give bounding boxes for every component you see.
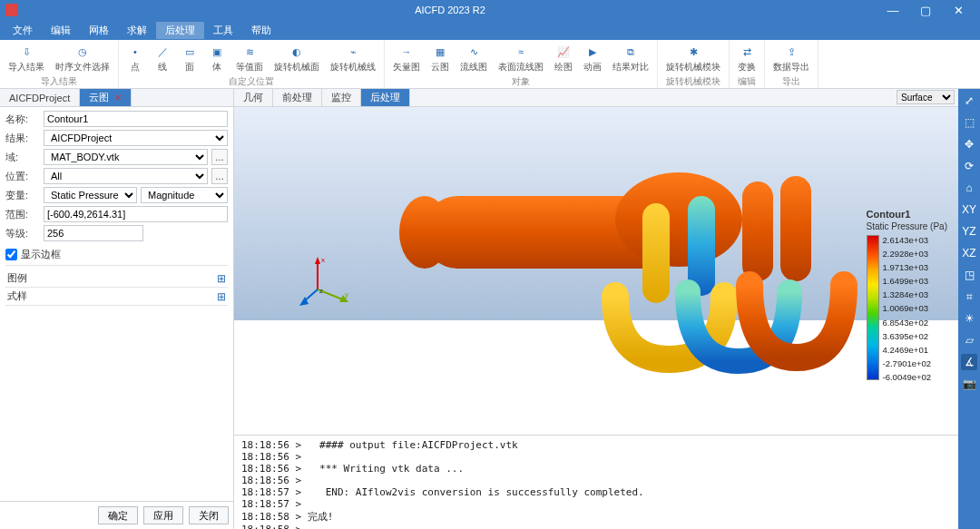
variable-mode-select[interactable]: Magnitude bbox=[141, 187, 228, 203]
legend-tick: -2.7901e+02 bbox=[883, 358, 932, 368]
export-button[interactable]: ⇪数据导出 bbox=[770, 42, 812, 75]
levels-input[interactable] bbox=[44, 225, 143, 241]
menu-item-5[interactable]: 工具 bbox=[204, 22, 242, 39]
legend-tick: -6.0049e+02 bbox=[883, 372, 932, 382]
isosurf-icon: ≋ bbox=[241, 44, 258, 60]
anim-button[interactable]: ▶动画 bbox=[581, 42, 604, 75]
range-input[interactable] bbox=[44, 206, 228, 222]
menu-item-2[interactable]: 网格 bbox=[80, 22, 118, 39]
isosurf-button[interactable]: ≋等值面 bbox=[233, 42, 266, 75]
menu-item-0[interactable]: 文件 bbox=[4, 22, 42, 39]
iso-icon[interactable]: ◳ bbox=[961, 267, 977, 283]
location-more-button[interactable]: … bbox=[211, 168, 228, 184]
streamline-button[interactable]: ∿流线图 bbox=[457, 42, 490, 75]
volume-icon: ▣ bbox=[209, 44, 225, 60]
xz-plane-icon[interactable]: XZ bbox=[961, 245, 977, 261]
svg-text:x: x bbox=[321, 256, 325, 264]
expand-icon: ⊞ bbox=[217, 290, 226, 303]
light-icon[interactable]: ☀ bbox=[961, 310, 977, 327]
minimize-button[interactable]: — bbox=[877, 0, 909, 20]
turbo-line-icon: ⌁ bbox=[345, 44, 361, 60]
ok-button[interactable]: 确定 bbox=[98, 506, 138, 524]
volume-button[interactable]: ▣体 bbox=[206, 42, 228, 75]
xy-plane-icon[interactable]: XY bbox=[961, 201, 977, 218]
legend-expander[interactable]: 图例⊞ bbox=[5, 269, 228, 288]
close-panel-button[interactable]: 关闭 bbox=[189, 506, 229, 524]
compare-icon: ⧉ bbox=[622, 44, 639, 60]
point-button[interactable]: •点 bbox=[124, 42, 146, 75]
name-input[interactable] bbox=[44, 111, 228, 127]
ribbon-group-label: 对象 bbox=[390, 75, 652, 89]
bg-icon[interactable]: ▱ bbox=[961, 332, 977, 348]
prop-label-domain: 域: bbox=[5, 151, 40, 164]
turbo-mod-button[interactable]: ✱旋转机械模块 bbox=[663, 42, 723, 75]
turbo-line-button[interactable]: ⌁旋转机械线 bbox=[328, 42, 378, 75]
vector-button[interactable]: →矢量图 bbox=[390, 42, 423, 75]
app-title: AICFD 2023 R2 bbox=[24, 5, 877, 15]
show-border-checkbox[interactable] bbox=[5, 249, 17, 260]
surface-button[interactable]: ▭面 bbox=[179, 42, 201, 75]
result-select[interactable]: AICFDProject bbox=[44, 130, 228, 146]
prop-label-name: 名称: bbox=[5, 113, 40, 126]
yz-plane-icon[interactable]: YZ bbox=[961, 223, 977, 240]
sidebar-tabs: AICFDProject云图✕ bbox=[0, 89, 233, 107]
reset-icon[interactable]: ⌂ bbox=[961, 180, 977, 196]
compare-button[interactable]: ⧉结果对比 bbox=[610, 42, 652, 75]
measure-icon[interactable]: ∡ bbox=[961, 354, 977, 370]
menu-item-6[interactable]: 帮助 bbox=[242, 22, 280, 39]
apply-button[interactable]: 应用 bbox=[143, 506, 183, 524]
svg-point-2 bbox=[615, 172, 742, 267]
menu-item-1[interactable]: 编辑 bbox=[42, 22, 80, 39]
svg-rect-6 bbox=[642, 203, 670, 303]
surfstream-button[interactable]: ≈表面流线图 bbox=[495, 42, 546, 75]
sidebar-tab-1[interactable]: 云图✕ bbox=[80, 89, 132, 106]
menu-item-4[interactable]: 后处理 bbox=[156, 22, 204, 39]
output-console[interactable]: 18:18:56 > #### output file:AICFDProject… bbox=[234, 435, 958, 529]
legend-tick: 3.6395e+02 bbox=[883, 331, 932, 341]
view-tab-1[interactable]: 前处理 bbox=[273, 89, 322, 106]
sidebar-tab-0[interactable]: AICFDProject bbox=[0, 89, 80, 106]
fit-view-icon[interactable]: ⤢ bbox=[961, 93, 977, 109]
import-button[interactable]: ⇩导入结果 bbox=[5, 42, 47, 75]
legend-tick: 4.2469e+01 bbox=[883, 345, 932, 355]
line-button[interactable]: ／线 bbox=[152, 42, 173, 75]
domain-select[interactable]: MAT_BODY.vtk bbox=[44, 149, 208, 165]
contour-button[interactable]: ▦云图 bbox=[428, 42, 452, 75]
zoom-box-icon[interactable]: ⬚ bbox=[961, 114, 977, 131]
domain-more-button[interactable]: … bbox=[211, 149, 228, 165]
plot-button[interactable]: 📈绘图 bbox=[552, 42, 575, 75]
close-icon[interactable]: ✕ bbox=[114, 93, 122, 103]
3d-viewport[interactable]: x y z Contour1 Static Pressure (Pa) 2.61… bbox=[234, 107, 958, 435]
export-icon: ⇪ bbox=[783, 44, 799, 60]
screenshot-icon[interactable]: 📷 bbox=[961, 376, 977, 392]
view-tab-3[interactable]: 后处理 bbox=[361, 89, 410, 106]
view-tab-0[interactable]: 几何 bbox=[234, 89, 273, 106]
show-border-row[interactable]: 显示边框 bbox=[5, 244, 228, 266]
close-button[interactable]: ✕ bbox=[942, 0, 975, 20]
menu-item-3[interactable]: 求解 bbox=[118, 22, 156, 39]
legend-tick: 1.9713e+03 bbox=[883, 262, 932, 272]
wireframe-icon[interactable]: ⌗ bbox=[961, 289, 977, 305]
menu-bar: 文件编辑网格求解后处理工具帮助 bbox=[0, 20, 980, 40]
anim-icon: ▶ bbox=[584, 44, 601, 60]
surface-icon: ▭ bbox=[181, 44, 198, 60]
maximize-button[interactable]: ▢ bbox=[909, 0, 942, 20]
pan-icon[interactable]: ✥ bbox=[961, 136, 977, 152]
view-tab-2[interactable]: 监控 bbox=[322, 89, 361, 106]
rotate-icon[interactable]: ⟳ bbox=[961, 158, 977, 174]
legend-tick: 6.8543e+02 bbox=[883, 318, 932, 328]
clock-button[interactable]: ◷时序文件选择 bbox=[53, 42, 113, 75]
turbo-mod-icon: ✱ bbox=[685, 44, 701, 60]
style-expander[interactable]: 式样⊞ bbox=[5, 288, 228, 306]
legend-tick: 1.0069e+03 bbox=[883, 303, 932, 313]
transform-button[interactable]: ⇄变换 bbox=[735, 42, 759, 75]
right-toolstrip: ⤢⬚✥⟳⌂XYYZXZ◳⌗☀▱∡📷 bbox=[958, 89, 980, 529]
legend-tick: 2.6143e+03 bbox=[883, 235, 932, 245]
render-mode-select[interactable]: Surface bbox=[897, 90, 955, 104]
variable-select[interactable]: Static Pressure bbox=[44, 187, 137, 203]
location-select[interactable]: All bbox=[44, 168, 208, 184]
svg-marker-8 bbox=[315, 257, 320, 264]
turbo-sec-button[interactable]: ◐旋转机械面 bbox=[271, 42, 322, 75]
svg-rect-3 bbox=[742, 181, 773, 281]
transform-icon: ⇄ bbox=[739, 44, 755, 60]
